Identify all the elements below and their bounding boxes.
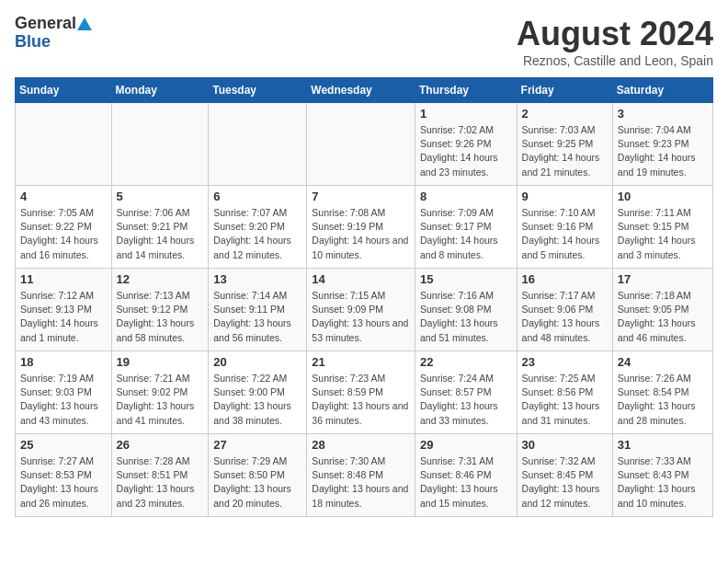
day-info: Sunrise: 7:10 AMSunset: 9:16 PMDaylight:…	[522, 206, 608, 262]
day-number: 24	[618, 355, 708, 369]
day-number: 20	[213, 355, 301, 369]
calendar-day-cell: 24Sunrise: 7:26 AMSunset: 8:54 PMDayligh…	[612, 351, 712, 434]
day-info: Sunrise: 7:30 AMSunset: 8:48 PMDaylight:…	[312, 454, 410, 511]
day-number: 15	[420, 272, 512, 286]
day-info: Sunrise: 7:29 AMSunset: 8:50 PMDaylight:…	[213, 454, 301, 511]
calendar-day-cell: 23Sunrise: 7:25 AMSunset: 8:56 PMDayligh…	[517, 351, 612, 434]
calendar-day-cell: 22Sunrise: 7:24 AMSunset: 8:57 PMDayligh…	[415, 351, 517, 434]
calendar-header-monday: Monday	[111, 78, 209, 103]
day-info: Sunrise: 7:25 AMSunset: 8:56 PMDaylight:…	[522, 372, 608, 428]
day-info: Sunrise: 7:33 AMSunset: 8:43 PMDaylight:…	[618, 454, 708, 511]
day-number: 11	[20, 272, 107, 286]
day-info: Sunrise: 7:13 AMSunset: 9:12 PMDaylight:…	[117, 289, 204, 345]
title-block: August 2024 Reznos, Castille and Leon, S…	[517, 15, 713, 68]
day-number: 19	[117, 355, 204, 369]
calendar-table: SundayMondayTuesdayWednesdayThursdayFrid…	[15, 77, 713, 517]
calendar-day-cell: 14Sunrise: 7:15 AMSunset: 9:09 PMDayligh…	[307, 269, 415, 351]
day-number: 16	[522, 272, 608, 286]
day-info: Sunrise: 7:09 AMSunset: 9:17 PMDaylight:…	[420, 206, 512, 262]
day-info: Sunrise: 7:15 AMSunset: 9:09 PMDaylight:…	[312, 289, 410, 345]
day-number: 6	[213, 190, 301, 203]
calendar-day-cell: 31Sunrise: 7:33 AMSunset: 8:43 PMDayligh…	[612, 434, 712, 517]
day-info: Sunrise: 7:26 AMSunset: 8:54 PMDaylight:…	[618, 372, 708, 428]
day-info: Sunrise: 7:16 AMSunset: 9:08 PMDaylight:…	[420, 289, 512, 345]
calendar-day-cell: 17Sunrise: 7:18 AMSunset: 9:05 PMDayligh…	[612, 269, 712, 351]
calendar-day-cell: 19Sunrise: 7:21 AMSunset: 9:02 PMDayligh…	[111, 351, 209, 434]
day-number: 17	[618, 272, 708, 286]
calendar-day-cell: 18Sunrise: 7:19 AMSunset: 9:03 PMDayligh…	[16, 351, 112, 434]
calendar-week-row: 18Sunrise: 7:19 AMSunset: 9:03 PMDayligh…	[16, 351, 713, 434]
calendar-week-row: 1Sunrise: 7:02 AMSunset: 9:26 PMDaylight…	[16, 103, 713, 186]
logo: General Blue	[15, 15, 93, 52]
day-number: 31	[618, 438, 708, 452]
day-number: 23	[522, 355, 608, 369]
calendar-day-cell: 30Sunrise: 7:32 AMSunset: 8:45 PMDayligh…	[517, 434, 612, 517]
day-number: 3	[618, 107, 708, 121]
calendar-header-sunday: Sunday	[16, 78, 112, 103]
day-number: 30	[522, 438, 608, 452]
calendar-header-saturday: Saturday	[612, 78, 712, 103]
day-number: 26	[117, 438, 204, 452]
calendar-day-cell: 3Sunrise: 7:04 AMSunset: 9:23 PMDaylight…	[612, 103, 712, 186]
calendar-day-cell: 13Sunrise: 7:14 AMSunset: 9:11 PMDayligh…	[209, 269, 307, 351]
day-info: Sunrise: 7:11 AMSunset: 9:15 PMDaylight:…	[618, 206, 708, 262]
day-number: 1	[420, 107, 512, 121]
day-number: 7	[312, 190, 410, 203]
calendar-header-friday: Friday	[517, 78, 612, 103]
day-info: Sunrise: 7:02 AMSunset: 9:26 PMDaylight:…	[420, 123, 512, 179]
day-number: 21	[312, 355, 410, 369]
calendar-day-cell: 16Sunrise: 7:17 AMSunset: 9:06 PMDayligh…	[517, 269, 612, 351]
calendar-day-cell: 7Sunrise: 7:08 AMSunset: 9:19 PMDaylight…	[307, 186, 415, 269]
calendar-day-cell: 4Sunrise: 7:05 AMSunset: 9:22 PMDaylight…	[16, 186, 112, 269]
day-info: Sunrise: 7:24 AMSunset: 8:57 PMDaylight:…	[420, 372, 512, 428]
day-info: Sunrise: 7:03 AMSunset: 9:25 PMDaylight:…	[522, 123, 608, 179]
calendar-day-cell	[16, 103, 112, 186]
logo-general-text: General	[15, 15, 76, 33]
day-number: 18	[20, 355, 107, 369]
day-number: 10	[618, 190, 708, 203]
day-number: 22	[420, 355, 512, 369]
calendar-header-row: SundayMondayTuesdayWednesdayThursdayFrid…	[16, 78, 713, 103]
calendar-day-cell: 20Sunrise: 7:22 AMSunset: 9:00 PMDayligh…	[209, 351, 307, 434]
day-info: Sunrise: 7:18 AMSunset: 9:05 PMDaylight:…	[618, 289, 708, 345]
page-header: General Blue August 2024 Reznos, Castill…	[15, 15, 713, 68]
calendar-header-wednesday: Wednesday	[307, 78, 415, 103]
day-number: 25	[20, 438, 107, 452]
day-info: Sunrise: 7:31 AMSunset: 8:46 PMDaylight:…	[420, 454, 512, 511]
calendar-day-cell: 6Sunrise: 7:07 AMSunset: 9:20 PMDaylight…	[209, 186, 307, 269]
calendar-day-cell: 10Sunrise: 7:11 AMSunset: 9:15 PMDayligh…	[612, 186, 712, 269]
calendar-day-cell: 25Sunrise: 7:27 AMSunset: 8:53 PMDayligh…	[16, 434, 112, 517]
day-info: Sunrise: 7:07 AMSunset: 9:20 PMDaylight:…	[213, 206, 301, 262]
calendar-header-thursday: Thursday	[415, 78, 517, 103]
day-info: Sunrise: 7:04 AMSunset: 9:23 PMDaylight:…	[618, 123, 708, 179]
day-info: Sunrise: 7:14 AMSunset: 9:11 PMDaylight:…	[213, 289, 301, 345]
logo-icon	[76, 16, 93, 32]
day-number: 27	[213, 438, 301, 452]
day-info: Sunrise: 7:17 AMSunset: 9:06 PMDaylight:…	[522, 289, 608, 345]
calendar-day-cell	[209, 103, 307, 186]
day-number: 14	[312, 272, 410, 286]
day-info: Sunrise: 7:21 AMSunset: 9:02 PMDaylight:…	[117, 372, 204, 428]
calendar-day-cell: 15Sunrise: 7:16 AMSunset: 9:08 PMDayligh…	[415, 269, 517, 351]
day-number: 13	[213, 272, 301, 286]
calendar-location: Reznos, Castille and Leon, Spain	[517, 53, 713, 68]
calendar-day-cell: 29Sunrise: 7:31 AMSunset: 8:46 PMDayligh…	[415, 434, 517, 517]
calendar-day-cell: 27Sunrise: 7:29 AMSunset: 8:50 PMDayligh…	[209, 434, 307, 517]
day-info: Sunrise: 7:12 AMSunset: 9:13 PMDaylight:…	[20, 289, 107, 345]
calendar-week-row: 25Sunrise: 7:27 AMSunset: 8:53 PMDayligh…	[16, 434, 713, 517]
svg-marker-0	[77, 17, 92, 30]
day-info: Sunrise: 7:23 AMSunset: 8:59 PMDaylight:…	[312, 372, 410, 428]
calendar-day-cell: 8Sunrise: 7:09 AMSunset: 9:17 PMDaylight…	[415, 186, 517, 269]
calendar-day-cell: 28Sunrise: 7:30 AMSunset: 8:48 PMDayligh…	[307, 434, 415, 517]
calendar-day-cell: 9Sunrise: 7:10 AMSunset: 9:16 PMDaylight…	[517, 186, 612, 269]
calendar-day-cell	[307, 103, 415, 186]
day-number: 12	[117, 272, 204, 286]
calendar-header-tuesday: Tuesday	[209, 78, 307, 103]
day-number: 8	[420, 190, 512, 203]
day-info: Sunrise: 7:27 AMSunset: 8:53 PMDaylight:…	[20, 454, 107, 511]
day-number: 2	[522, 107, 608, 121]
day-number: 4	[20, 190, 107, 203]
day-info: Sunrise: 7:08 AMSunset: 9:19 PMDaylight:…	[312, 206, 410, 262]
day-number: 29	[420, 438, 512, 452]
calendar-day-cell: 26Sunrise: 7:28 AMSunset: 8:51 PMDayligh…	[111, 434, 209, 517]
